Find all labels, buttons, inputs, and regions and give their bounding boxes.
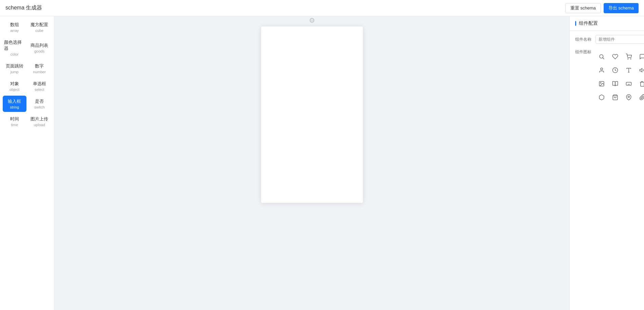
- sidebar-item-label-color: 颜色选择器: [4, 39, 25, 52]
- app-title: schema 生成器: [5, 4, 42, 12]
- sidebar-item-string[interactable]: 输入框 string: [3, 96, 26, 112]
- icon-cell-keyboard[interactable]: [623, 78, 635, 90]
- sidebar-item-jump[interactable]: 页面跳转 jump: [3, 60, 26, 77]
- icon-cell-heart[interactable]: [609, 51, 621, 63]
- sidebar-item-array[interactable]: 数组 array: [3, 19, 26, 35]
- right-panel-body: 组件名称 组件图标: [570, 31, 644, 113]
- title-bar-accent: [575, 21, 576, 26]
- layout: 数组 array 魔方配置 cube 颜色选择器 color 商品列表 good…: [0, 16, 644, 310]
- sidebar-item-label-switch: 是否: [35, 98, 44, 104]
- sidebar-item-goods[interactable]: 商品列表 goods: [28, 37, 52, 59]
- svg-point-2: [628, 59, 628, 59]
- main-canvas: ⚙: [54, 16, 569, 310]
- sidebar-item-sub-switch: switch: [34, 105, 45, 109]
- svg-point-3: [630, 59, 631, 59]
- name-form-row: 组件名称: [575, 35, 639, 44]
- icon-form-row: 组件图标: [575, 49, 639, 103]
- sidebar-item-label-goods: 商品列表: [31, 42, 48, 49]
- sidebar-item-sub-array: array: [10, 28, 19, 33]
- svg-rect-18: [626, 82, 631, 85]
- icon-cell-box[interactable]: [596, 91, 608, 103]
- icon-cell-text[interactable]: [623, 64, 635, 76]
- sidebar-item-select[interactable]: 单选框 select: [28, 78, 52, 94]
- sidebar-item-upload[interactable]: 图片上传 upload: [28, 113, 52, 130]
- sidebar-item-sub-jump: jump: [11, 70, 19, 74]
- sidebar-item-sub-string: string: [10, 105, 19, 109]
- sidebar-item-label-upload: 图片上传: [31, 116, 48, 122]
- sidebar-item-label-cube: 魔方配置: [31, 22, 48, 28]
- sidebar-item-label-array: 数组: [10, 22, 19, 28]
- icon-grid: [596, 51, 644, 103]
- svg-point-10: [601, 68, 603, 70]
- sidebar-item-number[interactable]: 数字 number: [28, 60, 52, 77]
- icon-cell-chat[interactable]: [636, 51, 644, 63]
- sidebar-item-sub-goods: goods: [34, 49, 44, 53]
- sidebar-item-label-time: 时间: [10, 116, 19, 122]
- svg-point-0: [600, 55, 603, 58]
- sidebar-item-sub-color: color: [11, 52, 19, 56]
- icon-label: 组件图标: [575, 49, 593, 55]
- right-panel-title: 组件配置: [579, 20, 598, 26]
- sidebar-item-switch[interactable]: 是否 switch: [28, 96, 52, 112]
- icon-cell-clip[interactable]: [636, 91, 644, 103]
- sidebar-item-object[interactable]: 对象 object: [3, 78, 26, 94]
- sidebar-item-sub-object: object: [9, 88, 19, 92]
- icon-cell-trash[interactable]: [636, 78, 644, 90]
- sidebar-item-sub-select: select: [35, 88, 44, 92]
- reset-button[interactable]: 重置 schema: [565, 3, 601, 13]
- sidebar-item-color[interactable]: 颜色选择器 color: [3, 37, 26, 59]
- sidebar-item-label-string: 输入框: [8, 98, 21, 104]
- icon-cell-book[interactable]: [609, 78, 621, 90]
- svg-point-29: [628, 96, 630, 98]
- sidebar-item-sub-cube: cube: [35, 28, 43, 33]
- icon-cell-clock[interactable]: [609, 64, 621, 76]
- svg-marker-14: [640, 69, 642, 72]
- svg-point-17: [600, 82, 601, 83]
- sidebar-item-sub-time: time: [11, 123, 18, 127]
- sidebar-item-sub-upload: upload: [34, 123, 45, 127]
- icon-cell-basket[interactable]: [609, 91, 621, 103]
- canvas-area: ⚙: [261, 26, 363, 203]
- sidebar-item-label-number: 数字: [35, 63, 44, 69]
- icon-cell-cart[interactable]: [623, 51, 635, 63]
- name-input[interactable]: [596, 35, 644, 44]
- icon-cell-pin[interactable]: [623, 91, 635, 103]
- sidebar-item-label-select: 单选框: [33, 81, 46, 87]
- sidebar-item-time[interactable]: 时间 time: [3, 113, 26, 130]
- icon-cell-user[interactable]: [596, 64, 608, 76]
- header: schema 生成器 重置 schema 导出 schema: [0, 0, 644, 16]
- sidebar: 数组 array 魔方配置 cube 颜色选择器 color 商品列表 good…: [0, 16, 54, 310]
- icon-cell-image[interactable]: [596, 78, 608, 90]
- settings-icon[interactable]: ⚙: [309, 16, 315, 24]
- sidebar-item-label-object: 对象: [10, 81, 19, 87]
- name-label: 组件名称: [575, 37, 593, 42]
- sidebar-item-cube[interactable]: 魔方配置 cube: [28, 19, 52, 35]
- right-panel-header: 组件配置: [570, 16, 644, 31]
- svg-line-1: [603, 58, 604, 59]
- sidebar-item-label-jump: 页面跳转: [6, 63, 23, 69]
- icon-cell-volume[interactable]: [636, 64, 644, 76]
- right-panel: 组件配置 组件名称 组件图标: [569, 16, 644, 310]
- icon-cell-search[interactable]: [596, 51, 608, 63]
- phone-frame: [261, 26, 363, 203]
- export-button[interactable]: 导出 schema: [604, 3, 639, 13]
- sidebar-item-sub-number: number: [33, 70, 46, 74]
- header-buttons: 重置 schema 导出 schema: [565, 3, 639, 13]
